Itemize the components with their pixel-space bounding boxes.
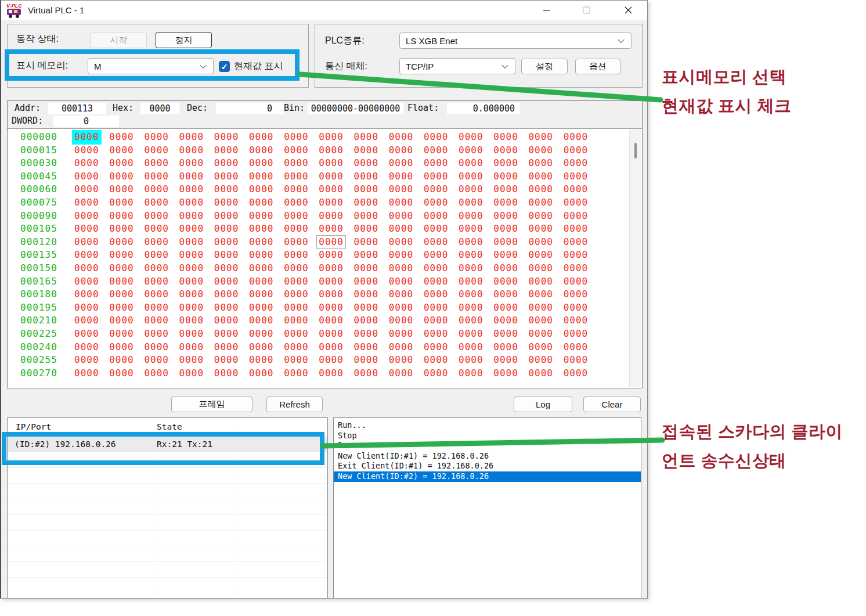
- memory-cell[interactable]: 0000: [177, 275, 212, 289]
- memory-cell[interactable]: 0000: [421, 182, 456, 197]
- memory-cell[interactable]: 0000: [352, 170, 387, 184]
- memory-cell[interactable]: 0000: [316, 314, 351, 328]
- memory-cell[interactable]: 0000: [107, 275, 142, 289]
- memory-cell[interactable]: 0000: [107, 340, 142, 355]
- memory-cell[interactable]: 0000: [282, 327, 316, 341]
- memory-cell[interactable]: 0000: [177, 156, 212, 171]
- memory-cell[interactable]: 0000: [212, 130, 247, 145]
- memory-cell[interactable]: 0000: [352, 275, 387, 289]
- memory-cell[interactable]: 0000: [491, 340, 526, 355]
- memory-cell[interactable]: 0000: [387, 353, 421, 368]
- memory-cell[interactable]: 0000: [316, 209, 351, 224]
- memory-cell[interactable]: 0000: [72, 156, 107, 171]
- client-row[interactable]: [8, 468, 327, 484]
- client-row[interactable]: [8, 562, 327, 578]
- memory-cell[interactable]: 0000: [282, 353, 316, 368]
- memory-cell[interactable]: 0000: [352, 235, 387, 250]
- memory-cell[interactable]: 0000: [72, 287, 107, 302]
- memory-cell[interactable]: 0000: [387, 156, 421, 171]
- memory-cell[interactable]: 0000: [177, 170, 212, 184]
- memory-cell[interactable]: 0000: [107, 209, 142, 224]
- memory-cell[interactable]: 0000: [247, 353, 282, 368]
- client-row[interactable]: (ID:#2) 192.168.0.26Rx:21 Tx:21: [8, 437, 327, 452]
- client-row[interactable]: [8, 578, 327, 593]
- memory-cell[interactable]: 0000: [107, 235, 142, 250]
- dword-value[interactable]: 0: [53, 116, 119, 127]
- memory-cell[interactable]: 0000: [526, 170, 561, 184]
- memory-cell[interactable]: 0000: [177, 314, 212, 328]
- memory-cell[interactable]: 0000: [107, 287, 142, 302]
- memory-cell[interactable]: 0000: [456, 301, 491, 315]
- memory-cell[interactable]: 0000: [247, 235, 282, 250]
- clear-button[interactable]: Clear: [583, 397, 641, 412]
- memory-cell[interactable]: 0000: [282, 196, 316, 210]
- log-line[interactable]: Stop: [334, 431, 641, 441]
- memory-cell[interactable]: 0000: [526, 235, 561, 250]
- memory-cell[interactable]: 0000: [456, 130, 491, 145]
- memory-cell[interactable]: 0000: [352, 248, 387, 262]
- memory-cell[interactable]: 0000: [316, 261, 351, 276]
- comm-media-select[interactable]: TCP/IP: [399, 58, 515, 74]
- memory-cell[interactable]: 0000: [352, 182, 387, 197]
- memory-cell[interactable]: 0000: [72, 196, 107, 210]
- frame-button[interactable]: 프레임: [171, 397, 252, 412]
- memory-cell[interactable]: 0000: [107, 182, 142, 197]
- memory-cell[interactable]: 0000: [212, 143, 247, 158]
- memory-cell[interactable]: 0000: [282, 143, 316, 158]
- memory-cell[interactable]: 0000: [212, 261, 247, 276]
- float-value[interactable]: 0.000000: [447, 103, 519, 114]
- memory-cell[interactable]: 0000: [561, 261, 596, 276]
- memory-cell[interactable]: 0000: [421, 248, 456, 262]
- memory-cell[interactable]: 0000: [421, 143, 456, 158]
- memory-cell[interactable]: 0000: [421, 314, 456, 328]
- memory-cell[interactable]: 0000: [352, 301, 387, 315]
- memory-cell[interactable]: 0000: [72, 314, 107, 328]
- memory-cell[interactable]: 0000: [526, 287, 561, 302]
- memory-cell[interactable]: 0000: [316, 170, 351, 184]
- memory-cell[interactable]: 0000: [72, 170, 107, 184]
- memory-cell[interactable]: 0000: [247, 248, 282, 262]
- memory-cell[interactable]: 0000: [107, 327, 142, 341]
- memory-cell[interactable]: 0000: [142, 248, 176, 262]
- memory-cell[interactable]: 0000: [387, 366, 421, 381]
- log-line[interactable]: New Client(ID:#2) = 192.168.0.26: [334, 471, 641, 482]
- memory-cell[interactable]: 0000: [72, 366, 107, 381]
- memory-cell[interactable]: 0000: [526, 156, 561, 171]
- memory-cell[interactable]: 0000: [491, 170, 526, 184]
- memory-cell[interactable]: 0000: [142, 314, 176, 328]
- memory-cell[interactable]: 0000: [72, 222, 107, 236]
- client-row[interactable]: [8, 515, 327, 531]
- memory-cell[interactable]: 0000: [107, 170, 142, 184]
- memory-cell[interactable]: 0000: [352, 287, 387, 302]
- memory-cell[interactable]: 0000: [561, 275, 596, 289]
- memory-cell[interactable]: 0000: [282, 366, 316, 381]
- memory-cell[interactable]: 0000: [491, 182, 526, 197]
- memory-cell[interactable]: 0000: [142, 261, 176, 276]
- memory-cell[interactable]: 0000: [72, 340, 107, 355]
- memory-cell[interactable]: 0000: [352, 196, 387, 210]
- memory-cell[interactable]: 0000: [282, 130, 316, 145]
- memory-cell[interactable]: 0000: [316, 196, 351, 210]
- memory-cell[interactable]: 0000: [142, 222, 176, 236]
- memory-cell[interactable]: 0000: [212, 327, 247, 341]
- memory-cell[interactable]: 0000: [282, 261, 316, 276]
- memory-cell[interactable]: 0000: [177, 182, 212, 197]
- memory-cell[interactable]: 0000: [107, 248, 142, 262]
- memory-cell[interactable]: 0000: [491, 287, 526, 302]
- memory-cell[interactable]: 0000: [212, 222, 247, 236]
- memory-cell[interactable]: 0000: [421, 196, 456, 210]
- memory-scrollbar[interactable]: [629, 129, 641, 387]
- memory-cell[interactable]: 0000: [282, 287, 316, 302]
- maximize-button[interactable]: [573, 1, 600, 20]
- memory-cell[interactable]: 0000: [142, 143, 176, 158]
- display-memory-select[interactable]: M: [88, 58, 214, 74]
- memory-cell[interactable]: 0000: [247, 156, 282, 171]
- memory-cell[interactable]: 0000: [72, 143, 107, 158]
- client-row[interactable]: [8, 531, 327, 546]
- memory-cell[interactable]: 0000: [212, 182, 247, 197]
- memory-cell[interactable]: 0000: [421, 170, 456, 184]
- memory-cell[interactable]: 0000: [316, 275, 351, 289]
- memory-cell[interactable]: 0000: [107, 143, 142, 158]
- memory-cell[interactable]: 0000: [72, 275, 107, 289]
- memory-cell[interactable]: 0000: [387, 235, 421, 250]
